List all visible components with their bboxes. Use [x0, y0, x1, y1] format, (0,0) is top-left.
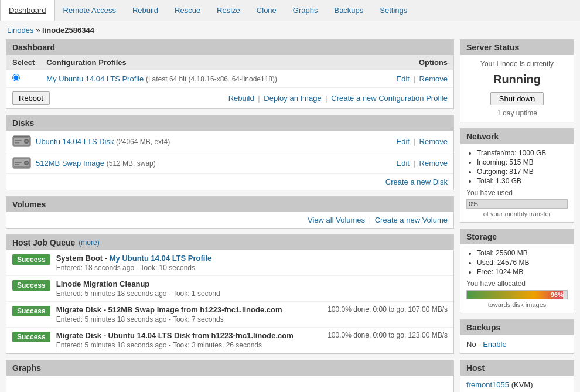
view-all-volumes-link[interactable]: View all Volumes	[308, 216, 365, 224]
nav-rebuild[interactable]: Rebuild	[124, 0, 166, 21]
create-config-link[interactable]: Create a new Configuration Profile	[331, 94, 448, 103]
job-title-2: Migrate Disk - 512MB Swap Image from h12…	[56, 305, 322, 314]
network-usage-pct: 0%	[467, 200, 478, 207]
server-status-title: Server Status	[460, 40, 574, 55]
backups-panel: Backups No - Enable	[460, 319, 574, 354]
disk-actions-1: Edit | Remove	[397, 159, 448, 168]
job-detail-2: Entered: 5 minutes 18 seconds ago - Took…	[56, 315, 322, 323]
shutdown-button[interactable]: Shut down	[490, 92, 544, 105]
graphs-panel: Graphs	[6, 360, 454, 392]
disk-name-link-1[interactable]: 512MB Swap Image	[36, 159, 104, 168]
job-row-0: Success System Boot - My Ubuntu 14.04 LT…	[6, 250, 453, 276]
disk-actions-0: Edit | Remove	[397, 137, 448, 146]
list-item: Incoming: 515 MB	[477, 158, 568, 166]
graphs-panel-header: Graphs	[6, 360, 453, 376]
host-link[interactable]: fremont1055	[466, 380, 509, 389]
network-list: Transfer/mo: 1000 GB Incoming: 515 MB Ou…	[466, 149, 568, 185]
server-status-panel: Server Status Your Linode is currently R…	[460, 39, 574, 122]
backups-title: Backups	[460, 320, 574, 335]
disk-row-0: Ubuntu 14.04 LTS Disk (24064 MB, ext4) E…	[6, 131, 453, 152]
nav-dashboard[interactable]: Dashboard	[0, 0, 55, 21]
create-disk-link[interactable]: Create a new Disk	[385, 178, 448, 186]
disk-name-0: Ubuntu 14.04 LTS Disk (24064 MB, ext4)	[36, 137, 397, 146]
job-progress-3: 100.0% done, 0:00 to go, 123.00 MB/s	[327, 331, 448, 339]
job-profile-link-0[interactable]: My Ubuntu 14.04 LTS Profile	[110, 254, 212, 263]
disk-icon-1	[12, 156, 31, 170]
job-badge-2: Success	[12, 306, 50, 316]
right-column: Server Status Your Linode is currently R…	[460, 39, 574, 392]
profile-radio-cell	[6, 70, 40, 87]
job-queue-panel: Host Job Queue (more) Success System Boo…	[6, 234, 454, 354]
breadcrumb-parent[interactable]: Linodes	[7, 26, 34, 35]
nav-remote-access[interactable]: Remote Access	[55, 0, 124, 21]
job-queue-header: Host Job Queue (more)	[6, 235, 453, 250]
disk-edit-link-0[interactable]: Edit	[397, 137, 410, 146]
disk-name-1: 512MB Swap Image (512 MB, swap)	[36, 159, 397, 168]
rebuild-link[interactable]: Rebuild	[228, 94, 254, 103]
list-item: Total: 25600 MB	[477, 249, 568, 257]
job-title-1: Linode Migration Cleanup	[56, 279, 448, 288]
job-detail-0: Entered: 18 seconds ago - Took: 10 secon…	[56, 264, 448, 272]
job-queue-title: Host Job Queue	[12, 238, 75, 247]
volumes-actions: View all Volumes | Create a new Volume	[6, 212, 453, 228]
breadcrumb-sep: »	[36, 26, 40, 35]
disk-name-link-0[interactable]: Ubuntu 14.04 LTS Disk	[36, 137, 114, 146]
nav-resize[interactable]: Resize	[209, 0, 248, 21]
storage-usage-sub: towards disk images	[466, 301, 568, 308]
storage-panel: Storage Total: 25600 MB Used: 24576 MB F…	[460, 229, 574, 313]
uptime-text: 1 day uptime	[466, 109, 568, 117]
network-progress-bar: 0%	[466, 199, 568, 209]
job-detail-3: Entered: 5 minutes 18 seconds ago - Took…	[56, 341, 322, 349]
volumes-panel: Volumes View all Volumes | Create a new …	[6, 196, 454, 229]
disk-remove-link-1[interactable]: Remove	[419, 159, 448, 168]
col-config-profiles: Configuration Profiles	[40, 55, 368, 70]
breadcrumb-current: linode2586344	[42, 26, 94, 35]
svg-point-9	[25, 162, 28, 164]
disk-row-1: 512MB Swap Image (512 MB, swap) Edit | R…	[6, 152, 453, 174]
disks-panel-header: Disks	[6, 115, 453, 131]
disk-remove-link-0[interactable]: Remove	[419, 137, 448, 146]
list-item: Transfer/mo: 1000 GB	[477, 149, 568, 157]
col-options: Options	[369, 55, 453, 70]
svg-rect-5	[15, 142, 19, 144]
top-nav: Dashboard Remote Access Rebuild Rescue R…	[0, 0, 580, 21]
nav-backups[interactable]: Backups	[326, 0, 371, 21]
job-title-3: Migrate Disk - Ubuntu 14.04 LTS Disk fro…	[56, 331, 322, 340]
job-info-3: Migrate Disk - Ubuntu 14.04 LTS Disk fro…	[56, 331, 322, 349]
job-row-2: Success Migrate Disk - 512MB Swap Image …	[6, 302, 453, 328]
job-info-2: Migrate Disk - 512MB Swap Image from h12…	[56, 305, 322, 323]
job-info-0: System Boot - My Ubuntu 14.04 LTS Profil…	[56, 254, 448, 272]
reboot-row: Reboot Rebuild | Deploy an Image | Creat…	[6, 87, 453, 108]
backups-enable-link[interactable]: Enable	[483, 340, 506, 349]
job-title-0: System Boot - My Ubuntu 14.04 LTS Profil…	[56, 254, 448, 263]
profile-edit-link[interactable]: Edit	[397, 74, 410, 83]
nav-clone[interactable]: Clone	[248, 0, 285, 21]
create-volume-link[interactable]: Create a new Volume	[375, 216, 448, 224]
profile-remove-link[interactable]: Remove	[419, 74, 448, 83]
nav-settings[interactable]: Settings	[371, 0, 415, 21]
profile-meta: (Latest 64 bit (4.18.16-x86_64-linode118…	[146, 75, 277, 83]
table-row: My Ubuntu 14.04 LTS Profile (Latest 64 b…	[6, 70, 453, 87]
job-badge-1: Success	[12, 280, 50, 291]
deploy-image-link[interactable]: Deploy an Image	[264, 94, 321, 103]
storage-usage-label: You have allocated	[466, 279, 568, 288]
nav-graphs[interactable]: Graphs	[285, 0, 326, 21]
breadcrumb: Linodes » linode2586344	[0, 21, 580, 39]
network-panel: Network Transfer/mo: 1000 GB Incoming: 5…	[460, 128, 574, 223]
job-queue-more-link[interactable]: (more)	[79, 238, 99, 247]
reboot-button[interactable]: Reboot	[12, 91, 50, 105]
profile-name-link[interactable]: My Ubuntu 14.04 LTS Profile	[46, 74, 144, 83]
host-value: fremont1055 (KVM)	[466, 380, 533, 389]
list-item: Outgoing: 817 MB	[477, 168, 568, 176]
svg-rect-11	[15, 164, 19, 165]
job-badge-3: Success	[12, 332, 50, 342]
nav-rescue[interactable]: Rescue	[166, 0, 209, 21]
network-usage-sub: of your monthly transfer	[466, 210, 568, 217]
svg-point-3	[25, 140, 28, 142]
server-status-subtitle: Your Linode is currently	[466, 60, 568, 68]
list-item: Used: 24576 MB	[477, 258, 568, 267]
col-select: Select	[6, 55, 40, 70]
create-disk-row: Create a new Disk	[6, 174, 453, 190]
profile-radio[interactable]	[12, 74, 20, 81]
disk-edit-link-1[interactable]: Edit	[397, 159, 410, 168]
